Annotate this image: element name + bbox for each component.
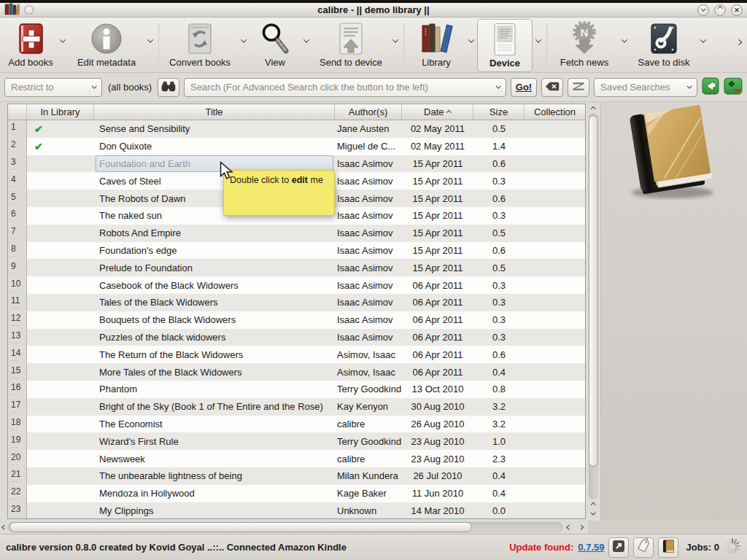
table-row[interactable]: 22...Mendoza in HollywoodKage Baker11 Ju…: [8, 485, 585, 502]
cell-title[interactable]: Prelude to Foundation: [94, 259, 335, 276]
table-row[interactable]: 21...The unbearable lightness of beingMi…: [8, 467, 585, 485]
cell-title[interactable]: Don Quixote: [94, 138, 335, 155]
cell-size[interactable]: 1.4: [473, 138, 525, 155]
cell-date[interactable]: 15 Apr 2011: [402, 172, 473, 190]
cell-size[interactable]: 0.4: [473, 467, 525, 485]
header-title[interactable]: Title: [94, 104, 335, 120]
cell-in-library[interactable]: ✔: [27, 120, 94, 138]
cell-in-library[interactable]: [27, 259, 94, 276]
cell-date[interactable]: 02 May 2011: [402, 120, 473, 138]
cell-title[interactable]: The unbearable lightness of being: [94, 467, 335, 485]
library-dropdown[interactable]: [465, 19, 477, 72]
jobs-label[interactable]: Jobs: 0: [686, 542, 719, 553]
cell-authors[interactable]: Terry Goodkind: [335, 432, 402, 450]
cell-size[interactable]: 0.3: [473, 207, 525, 225]
table-row[interactable]: 12...Bouquets of the Black WidowersIsaac…: [8, 311, 585, 329]
device-button[interactable]: Device: [477, 19, 533, 72]
maximize-button[interactable]: [714, 4, 726, 16]
table-row[interactable]: 8...Foundation's edgeIsaac Asimov15 Apr …: [8, 242, 585, 260]
cell-collection[interactable]: [525, 450, 585, 467]
tag-button[interactable]: [633, 537, 654, 558]
cell-title[interactable]: My Clippings: [94, 502, 335, 519]
cell-authors[interactable]: Isaac Asimov: [335, 329, 402, 346]
cell-collection[interactable]: [525, 190, 585, 207]
cell-collection[interactable]: [525, 467, 585, 485]
cell-date[interactable]: 14 Mar 2010: [402, 502, 473, 519]
cell-in-library[interactable]: [27, 450, 94, 467]
cell-authors[interactable]: Kay Kenyon: [335, 398, 402, 416]
cell-in-library[interactable]: [27, 311, 94, 329]
restrict-to-combo[interactable]: Restrict to: [4, 78, 102, 97]
view-dropdown[interactable]: [301, 19, 312, 72]
cell-title[interactable]: Phantom: [94, 381, 335, 398]
cell-authors[interactable]: Kage Baker: [335, 485, 402, 502]
cell-authors[interactable]: Isaac Asimov: [335, 155, 402, 173]
cell-size[interactable]: 3.2: [473, 416, 525, 433]
save-to-disk-button[interactable]: Save to disk: [630, 19, 697, 72]
cell-date[interactable]: 15 Apr 2011: [402, 242, 473, 260]
cell-authors[interactable]: Miguel de C...: [335, 138, 402, 155]
cell-collection[interactable]: [525, 120, 585, 138]
cell-in-library[interactable]: [27, 432, 94, 450]
cell-size[interactable]: 0.0: [473, 502, 525, 519]
cell-title[interactable]: Wizard's First Rule: [94, 432, 335, 450]
cell-date[interactable]: 02 May 2011: [402, 138, 473, 155]
horizontal-scroll-thumb[interactable]: [9, 522, 472, 532]
cell-title[interactable]: The Return of the Black Widowers: [94, 346, 335, 363]
scroll-right-button[interactable]: [576, 521, 586, 534]
cell-in-library[interactable]: [27, 207, 94, 225]
cell-in-library[interactable]: [27, 276, 94, 294]
cell-title[interactable]: Mendoza in Hollywood: [94, 485, 335, 502]
cell-date[interactable]: 06 Apr 2011: [402, 311, 473, 329]
cell-title[interactable]: The Economist: [94, 416, 335, 433]
cell-authors[interactable]: Isaac Asimov: [335, 225, 402, 242]
table-row[interactable]: 10...Casebook of the Black WidowersIsaac…: [8, 276, 585, 294]
cell-in-library[interactable]: [27, 467, 94, 485]
table-row[interactable]: 18...The Economistcalibre26 Aug 20103.2: [8, 416, 585, 433]
cell-in-library[interactable]: [27, 502, 94, 519]
table-row[interactable]: 16...PhantomTerry Goodkind13 Oct 20100.8: [8, 381, 585, 398]
cell-in-library[interactable]: [27, 485, 94, 502]
cell-authors[interactable]: calibre: [335, 416, 402, 433]
cell-date[interactable]: 06 Apr 2011: [402, 329, 473, 346]
minimize-button[interactable]: [697, 4, 709, 16]
edit-metadata-dropdown[interactable]: [144, 19, 156, 72]
table-row[interactable]: 15...More Tales of the Black WidowersAsi…: [8, 363, 585, 381]
save-to-disk-dropdown[interactable]: [697, 19, 709, 72]
cell-collection[interactable]: [525, 485, 585, 502]
cell-size[interactable]: 0.6: [473, 346, 525, 363]
scroll-down-button[interactable]: [587, 509, 600, 518]
cell-date[interactable]: 06 Apr 2011: [402, 294, 473, 311]
cell-date[interactable]: 06 Apr 2011: [402, 346, 473, 363]
table-row[interactable]: 20...Newsweekcalibre23 Aug 20102.3: [8, 450, 585, 467]
cell-title[interactable]: More Tales of the Black Widowers: [94, 363, 335, 381]
clear-search-button[interactable]: [541, 78, 563, 97]
cell-size[interactable]: 0.5: [473, 259, 525, 276]
cell-authors[interactable]: Terry Goodkind: [335, 381, 402, 398]
cell-size[interactable]: 0.5: [473, 225, 525, 242]
cell-collection[interactable]: [525, 311, 585, 329]
window-menu-button[interactable]: [24, 5, 34, 15]
cell-title[interactable]: Newsweek: [94, 450, 335, 467]
cell-in-library[interactable]: [27, 242, 94, 260]
send-to-device-button[interactable]: Send to device: [312, 19, 390, 72]
convert-books-dropdown[interactable]: [238, 19, 249, 72]
header-authors[interactable]: Author(s): [335, 104, 402, 120]
cell-title[interactable]: Robots And Empire: [94, 225, 335, 242]
cell-date[interactable]: 06 Apr 2011: [402, 276, 473, 294]
cell-in-library[interactable]: [27, 398, 94, 416]
cell-authors[interactable]: Isaac Asimov: [335, 294, 402, 311]
cell-date[interactable]: 26 Aug 2010: [402, 416, 473, 433]
cell-date[interactable]: 15 Apr 2011: [402, 207, 473, 225]
cell-in-library[interactable]: [27, 172, 94, 190]
cell-authors[interactable]: Milan Kundera: [335, 467, 402, 485]
header-size[interactable]: Size: [473, 104, 525, 120]
cell-collection[interactable]: [525, 155, 585, 173]
cell-collection[interactable]: [525, 242, 585, 260]
cell-title[interactable]: Casebook of the Black Widowers: [94, 276, 335, 294]
jobs-spinner-icon[interactable]: [724, 537, 741, 557]
table-row[interactable]: 7...Robots And EmpireIsaac Asimov15 Apr …: [8, 225, 585, 242]
cell-collection[interactable]: [525, 398, 585, 416]
cell-date[interactable]: 26 Jul 2010: [402, 467, 473, 485]
cell-authors[interactable]: Asimov, Isaac: [335, 346, 402, 363]
